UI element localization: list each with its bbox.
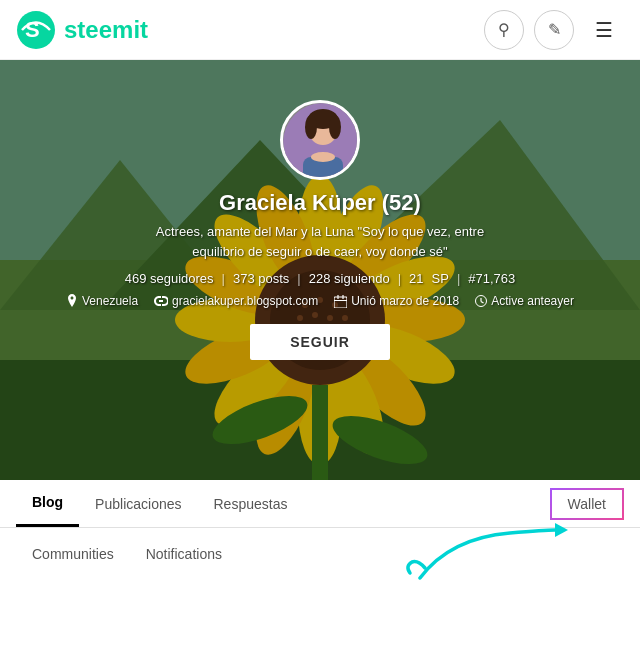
- bio-line2: equilibrio de seguir o de caer, voy dond…: [192, 244, 447, 259]
- avatar: [280, 100, 360, 180]
- svg-point-47: [311, 152, 335, 162]
- menu-button[interactable]: ☰: [584, 10, 624, 50]
- follow-button[interactable]: SEGUIR: [250, 324, 390, 360]
- profile-name: Graciela Küper (52): [219, 190, 421, 216]
- tab-wallet[interactable]: Wallet: [552, 490, 622, 518]
- sp-label: SP: [432, 271, 449, 286]
- header-actions: ⚲ ✎ ☰: [484, 10, 624, 50]
- posts-stat: 373 posts: [233, 271, 289, 286]
- hamburger-icon: ☰: [595, 18, 613, 42]
- tab-respuestas[interactable]: Respuestas: [198, 482, 304, 526]
- profile-name-text: Graciela Küper: [219, 190, 376, 215]
- search-icon: ⚲: [498, 20, 510, 39]
- tabs-bar-2: Communities Notifications: [0, 528, 640, 580]
- tab-publicaciones[interactable]: Publicaciones: [79, 482, 197, 526]
- arrow-annotation: [390, 518, 590, 588]
- profile-bio: Actrees, amante del Mar y la Luna "Soy l…: [136, 222, 504, 261]
- edit-button[interactable]: ✎: [534, 10, 574, 50]
- location-icon: [66, 294, 78, 308]
- joined-meta: Unió marzo de 2018: [334, 294, 459, 308]
- profile-hero: Graciela Küper (52) Actrees, amante del …: [0, 60, 640, 480]
- bio-line1: Actrees, amante del Mar y la Luna "Soy l…: [156, 224, 484, 239]
- tabs-bar-1: Blog Publicaciones Respuestas Wallet: [0, 480, 640, 528]
- seguidores-stat: 469 seguidores: [125, 271, 214, 286]
- header: S steemit ⚲ ✎ ☰: [0, 0, 640, 60]
- tab-wallet-wrapper: Wallet: [550, 488, 624, 520]
- money-stat: #71,763: [468, 271, 515, 286]
- svg-point-45: [329, 115, 341, 139]
- edit-icon: ✎: [548, 20, 561, 39]
- hero-content: Graciela Küper (52) Actrees, amante del …: [0, 60, 640, 360]
- avatar-image: [283, 103, 360, 180]
- svg-text:S: S: [25, 17, 40, 42]
- profile-stats: 469 seguidores | 373 posts | 228 siguien…: [125, 271, 516, 286]
- location-meta: Venezuela: [66, 294, 138, 308]
- active-meta: Active anteayer: [475, 294, 574, 308]
- profile-age: (52): [382, 190, 421, 215]
- svg-line-54: [481, 302, 484, 304]
- tab-blog[interactable]: Blog: [16, 480, 79, 527]
- siguiendo-stat: 228 siguiendo: [309, 271, 390, 286]
- svg-point-44: [305, 115, 317, 139]
- tab-notifications[interactable]: Notifications: [130, 532, 238, 576]
- calendar-icon: [334, 295, 347, 308]
- website-meta: gracielakuper.blogspot.com: [154, 294, 318, 308]
- svg-rect-48: [334, 297, 347, 308]
- tab-communities[interactable]: Communities: [16, 532, 130, 576]
- steemit-logo-icon: S: [16, 10, 56, 50]
- search-button[interactable]: ⚲: [484, 10, 524, 50]
- logo-text: steemit: [64, 16, 148, 44]
- link-icon: [154, 296, 168, 306]
- sp-stat: 21: [409, 271, 423, 286]
- logo-area: S steemit: [16, 10, 148, 50]
- clock-icon: [475, 295, 487, 307]
- profile-meta: Venezuela gracielakuper.blogspot.com Uni…: [46, 294, 594, 308]
